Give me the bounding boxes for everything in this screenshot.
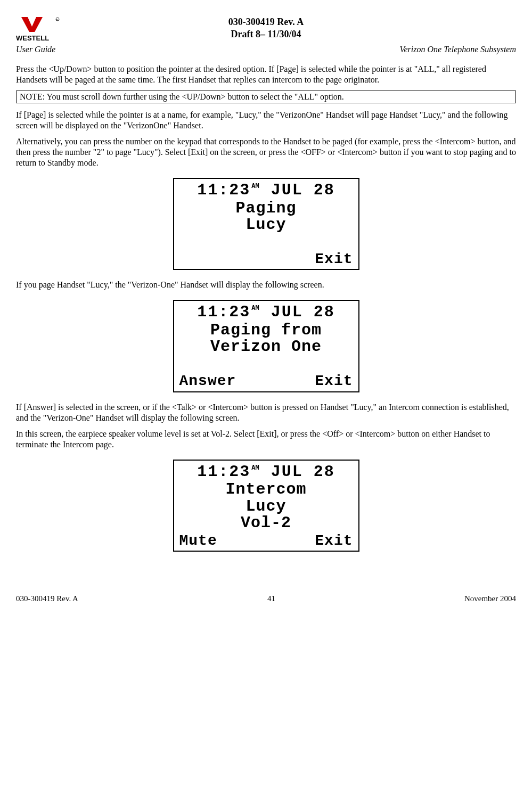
- lcd3-bottom-right: Exit: [315, 533, 353, 548]
- page-header: WESTELL R 030-300419 Rev. A Draft 8– 11/…: [16, 16, 516, 43]
- lcd1-time-row: 11:23AM JUL 28: [179, 182, 353, 199]
- lcd3-time-row: 11:23AM JUL 28: [179, 464, 353, 481]
- lcd3-line3: Vol-2: [179, 515, 353, 532]
- subheader-right: Verizon One Telephone Subsystem: [400, 45, 517, 54]
- lcd1-line3: [179, 234, 353, 251]
- doc-title-block: 030-300419 Rev. A Draft 8– 11/30/04: [64, 16, 468, 41]
- lcd1-ampm: AM: [251, 183, 259, 190]
- logo-text: WESTELL: [16, 34, 49, 42]
- lcd3-ampm: AM: [251, 464, 259, 472]
- lcd3-line1: Intercom: [179, 481, 353, 498]
- lcd2-ampm: AM: [251, 305, 259, 312]
- subheader: User Guide Verizon One Telephone Subsyst…: [16, 45, 516, 54]
- paragraph-6: In this screen, the earpiece speaker vol…: [16, 429, 516, 450]
- lcd-screen-1: 11:23AM JUL 28 Paging Lucy Exit: [173, 178, 359, 270]
- lcd-screen-2-wrapper: 11:23AM JUL 28 Paging from Verizon One A…: [16, 300, 516, 392]
- lcd2-bottom: Answer Exit: [179, 373, 353, 389]
- paragraph-2: If [Page] is selected while the pointer …: [16, 110, 516, 131]
- paragraph-1: Press the <Up/Down> button to position t…: [16, 64, 516, 85]
- lcd2-time: 11:23: [197, 303, 250, 321]
- lcd-screen-1-wrapper: 11:23AM JUL 28 Paging Lucy Exit: [16, 178, 516, 270]
- lcd3-date: JUL 28: [271, 463, 335, 481]
- lcd2-bottom-left: Answer: [179, 373, 236, 389]
- subheader-left: User Guide: [16, 45, 55, 54]
- lcd-screen-3: 11:23AM JUL 28 Intercom Lucy Vol-2 Mute …: [173, 460, 359, 552]
- lcd1-time: 11:23: [197, 181, 250, 199]
- lcd-screen-2: 11:23AM JUL 28 Paging from Verizon One A…: [173, 300, 359, 392]
- footer-left: 030-300419 Rev. A: [16, 594, 78, 603]
- lcd1-date: JUL 28: [271, 181, 335, 199]
- westell-logo: WESTELL R: [16, 16, 64, 43]
- lcd3-line2: Lucy: [179, 498, 353, 515]
- page-footer: 030-300419 Rev. A 41 November 2004: [16, 594, 516, 603]
- lcd3-bottom: Mute Exit: [179, 533, 353, 548]
- lcd1-line2: Lucy: [179, 217, 353, 234]
- paragraph-5: If [Answer] is selected in the screen, o…: [16, 402, 516, 423]
- lcd3-bottom-left: Mute: [179, 533, 217, 548]
- lcd3-time: 11:23: [197, 463, 250, 481]
- doc-id: 030-300419 Rev. A: [64, 16, 468, 28]
- lcd2-line2: Verizon One: [179, 339, 353, 356]
- paragraph-3: Alternatively, you can press the number …: [16, 136, 516, 168]
- paragraph-4: If you page Handset "Lucy," the "Verizon…: [16, 280, 516, 290]
- lcd2-date: JUL 28: [271, 303, 335, 321]
- lcd2-line1: Paging from: [179, 322, 353, 339]
- footer-center: 41: [267, 594, 275, 603]
- lcd2-line3: [179, 356, 353, 373]
- lcd1-line1: Paging: [179, 200, 353, 217]
- lcd1-bottom: Exit: [179, 251, 353, 267]
- footer-right: November 2004: [464, 594, 516, 603]
- lcd1-bottom-right: Exit: [315, 251, 353, 267]
- lcd2-bottom-right: Exit: [315, 373, 353, 389]
- doc-draft: Draft 8– 11/30/04: [64, 28, 468, 40]
- note-box: NOTE: You must scroll down further using…: [16, 91, 516, 103]
- lcd-screen-3-wrapper: 11:23AM JUL 28 Intercom Lucy Vol-2 Mute …: [16, 460, 516, 552]
- lcd2-time-row: 11:23AM JUL 28: [179, 304, 353, 321]
